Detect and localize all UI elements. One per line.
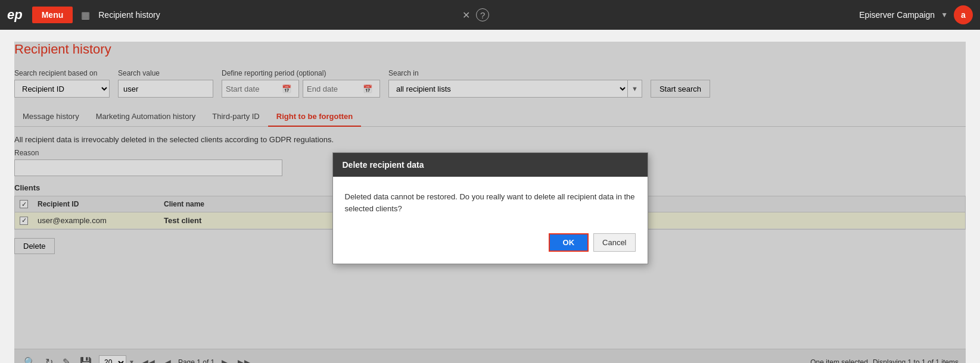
episerver-label: Episerver Campaign: [859, 10, 935, 20]
help-button[interactable]: ?: [476, 8, 489, 21]
top-nav: ep Menu ▦ Recipient history ✕ ? Episerve…: [0, 0, 980, 30]
windows-icon-button[interactable]: ▦: [79, 7, 92, 23]
logo: ep: [7, 7, 23, 23]
delete-modal: Delete recipient data Deleted data canno…: [332, 152, 648, 264]
modal-ok-button[interactable]: OK: [549, 233, 589, 252]
main-content: Recipient history Search recipient based…: [0, 30, 980, 363]
modal-footer: OK Cancel: [333, 226, 648, 264]
modal-body: Deleted data cannot be restored. Do you …: [333, 177, 648, 226]
episerver-dropdown-button[interactable]: ▼: [941, 11, 948, 19]
modal-cancel-button[interactable]: Cancel: [593, 233, 635, 252]
modal-overlay: Delete recipient data Deleted data canno…: [14, 42, 966, 363]
tab-title: Recipient history: [98, 10, 456, 20]
modal-header: Delete recipient data: [333, 153, 648, 177]
menu-button[interactable]: Menu: [32, 7, 73, 23]
close-tab-button[interactable]: ✕: [462, 10, 470, 21]
user-avatar[interactable]: a: [954, 5, 973, 24]
